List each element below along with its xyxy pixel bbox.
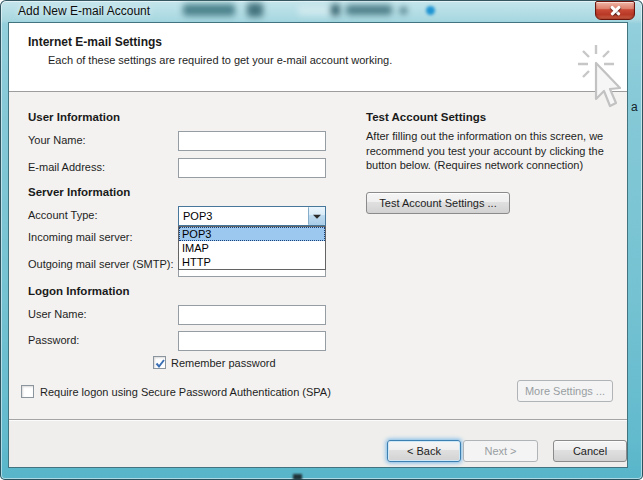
account-type-selected-value: POP3 [183, 210, 212, 222]
cursor-starburst-watermark-icon [570, 31, 632, 123]
back-button[interactable]: < Back [387, 440, 461, 462]
test-account-settings-description: After filling out the information on thi… [366, 129, 618, 173]
titlebar-background-bleed [346, 5, 392, 15]
user-name-input[interactable] [178, 305, 326, 325]
email-address-label: E-mail Address: [28, 161, 105, 173]
border-background-bleed-text: a [631, 100, 638, 114]
password-label: Password: [28, 334, 79, 346]
dropdown-option-pop3[interactable]: POP3 [179, 227, 325, 241]
more-settings-button[interactable]: More Settings ... [517, 380, 613, 402]
your-name-input[interactable] [178, 131, 326, 151]
incoming-mail-server-label: Incoming mail server: [28, 231, 133, 243]
email-address-input[interactable] [178, 158, 326, 178]
close-icon [610, 5, 621, 16]
remember-password-checkbox[interactable] [153, 356, 166, 369]
section-title-user-information: User Information [28, 111, 120, 123]
outgoing-mail-server-label: Outgoing mail server (SMTP): [28, 258, 173, 270]
combobox-dropdown-button[interactable] [308, 207, 325, 225]
your-name-label: Your Name: [28, 134, 86, 146]
titlebar-background-bleed [247, 3, 263, 17]
section-title-logon-information: Logon Information [28, 285, 130, 297]
dropdown-option-imap[interactable]: IMAP [179, 241, 325, 255]
account-type-label: Account Type: [28, 209, 98, 221]
titlebar-background-bleed [426, 6, 435, 15]
bottom-edge-bleed [293, 474, 302, 480]
dialog-client-area: Internet E-mail Settings Each of these s… [8, 22, 628, 468]
remember-password-label[interactable]: Remember password [171, 357, 276, 369]
titlebar-background-bleed [400, 7, 407, 14]
test-account-settings-button[interactable]: Test Account Settings ... [366, 192, 510, 214]
account-type-combobox[interactable]: POP3 [178, 206, 326, 226]
page-title: Internet E-mail Settings [28, 35, 162, 49]
close-button[interactable] [595, 1, 635, 20]
cancel-button[interactable]: Cancel [553, 440, 627, 462]
next-button[interactable]: Next > [463, 440, 538, 462]
footer-separator [9, 419, 627, 420]
titlebar-background-bleed [183, 4, 235, 16]
window-title: Add New E-mail Account [18, 4, 150, 18]
user-name-label: User Name: [28, 308, 87, 320]
section-title-test-account-settings: Test Account Settings [366, 111, 486, 123]
dropdown-option-http[interactable]: HTTP [179, 255, 325, 269]
checkmark-icon [154, 357, 167, 370]
titlebar-background-bleed [331, 4, 340, 16]
chevron-down-icon [313, 215, 321, 219]
dialog-window: Add New E-mail Account a Internet E-mail… [0, 0, 643, 480]
page-subtitle: Each of these settings are required to g… [48, 54, 392, 66]
spa-checkbox[interactable] [21, 385, 34, 398]
password-input[interactable] [178, 331, 326, 351]
account-type-dropdown-list: POP3 IMAP HTTP [178, 226, 326, 270]
spa-checkbox-label[interactable]: Require logon using Secure Password Auth… [40, 386, 331, 398]
section-title-server-information: Server Information [28, 186, 130, 198]
